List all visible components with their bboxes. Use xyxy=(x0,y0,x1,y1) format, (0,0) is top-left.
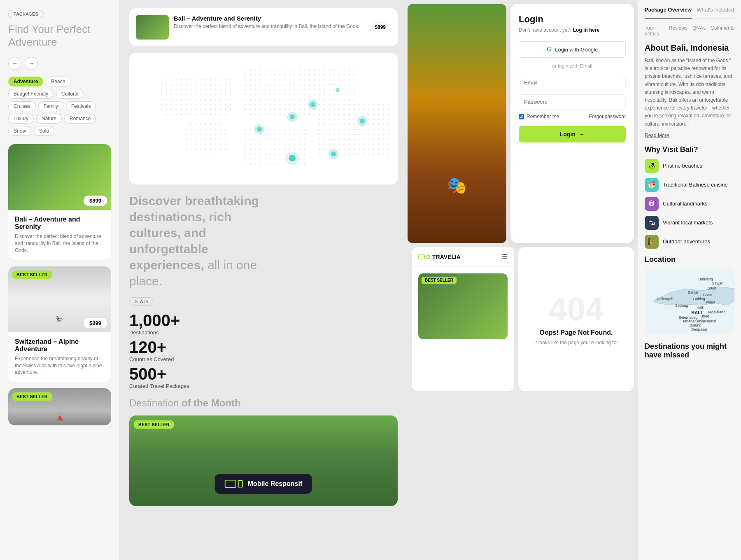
top-right: 🎭 Login Don't have account yet? Log in h… xyxy=(408,0,638,247)
dest-best-seller: BEST SELLER xyxy=(134,420,174,429)
location-title: Location xyxy=(645,255,734,264)
bali-card: $899 Bali – Adventure and Serenity Disco… xyxy=(8,144,111,259)
tag-solo[interactable]: Solo xyxy=(34,126,54,136)
about-title: About Bali, Indonesia xyxy=(645,43,734,53)
svg-rect-4 xyxy=(243,125,309,166)
destination-month-part1: Destination xyxy=(129,397,182,408)
package-card-top: Bali – Adventure and Serenity Discover t… xyxy=(129,8,398,46)
remember-checkbox[interactable] xyxy=(519,114,524,119)
tag-luxury[interactable]: Luxury xyxy=(8,114,34,124)
swiss-card-body: Switzerland – Alpine Adventure Experienc… xyxy=(8,332,111,382)
travelia-logo: TRAVELIA xyxy=(418,254,461,260)
tag-cruises[interactable]: Cruises xyxy=(8,101,36,111)
tag-snow[interactable]: Snow xyxy=(8,126,31,136)
why-item-markets: 🛍 Vibrant local markets xyxy=(645,216,734,230)
package-card-price: $899 xyxy=(369,22,391,32)
bali-card-title: Bali – Adventure and Serenity xyxy=(15,216,105,231)
map-label-dalung: Dalung xyxy=(690,323,701,327)
stat-destinations: 1,000+ Destinations xyxy=(129,312,398,336)
tag-nature[interactable]: Nature xyxy=(36,114,62,124)
stat-packages-number: 500+ xyxy=(129,366,398,382)
travelia-content: BEST SELLER xyxy=(412,267,514,390)
map-label-tabanan: Tabanan xyxy=(683,319,697,323)
adventures-icon: 🧗 xyxy=(645,235,659,249)
discover-text: Discover breathtakingdestinations, richc… xyxy=(129,193,398,289)
prev-arrow[interactable]: ← xyxy=(8,57,21,70)
subtab-qnas[interactable]: QNAs xyxy=(692,25,706,37)
third-best-seller: BEST SELLER xyxy=(12,392,52,401)
third-card-image: BEST SELLER 🗼 xyxy=(8,388,111,425)
swiss-card-image: BEST SELLER $899 ⛷ xyxy=(8,266,111,332)
tag-festivals[interactable]: Festivals xyxy=(66,101,96,111)
travelia-mobile-icon xyxy=(426,255,430,259)
swiss-best-seller: BEST SELLER xyxy=(12,271,52,279)
tag-romance[interactable]: Romance xyxy=(64,114,96,124)
swiss-card: BEST SELLER $899 ⛷ Switzerland – Alpine … xyxy=(8,266,111,382)
detail-tabs: Package Overview What's included xyxy=(645,7,734,19)
travelia-card: TRAVELIA ☰ BEST SELLER xyxy=(412,247,514,391)
next-arrow[interactable]: → xyxy=(25,57,38,70)
divider-text: or login with Email xyxy=(519,63,626,69)
markets-label: Vibrant local markets xyxy=(663,219,713,226)
login-link[interactable]: Log in here xyxy=(573,27,600,33)
stat-countries-label: Countries Covered xyxy=(129,356,398,362)
error-card: 404 Oops! Page Not Found. It looks like … xyxy=(518,247,634,391)
map-label-banjar: Banjar xyxy=(688,290,699,294)
package-info: Bali – Adventure and Serenity Discover t… xyxy=(174,15,364,40)
travelia-nav: TRAVELIA ☰ xyxy=(412,247,514,267)
subtab-comments[interactable]: Comments xyxy=(711,25,734,37)
mobile-tooltip: Mobile Responsif xyxy=(215,474,312,494)
forgot-password[interactable]: Forgot password xyxy=(589,114,626,119)
subtab-reviews[interactable]: Reviews xyxy=(669,25,687,37)
bali-photo: 🎭 xyxy=(408,4,506,243)
map-label-gallengah: gallengah xyxy=(657,297,673,301)
map-label-bali: Bali xyxy=(697,306,703,310)
tag-cultural[interactable]: Cultural xyxy=(56,89,84,99)
map-inner xyxy=(136,59,391,178)
password-field[interactable] xyxy=(519,94,626,110)
email-field[interactable] xyxy=(519,75,626,90)
hamburger-menu-icon[interactable]: ☰ xyxy=(502,253,508,261)
why-title: Why Visit Bali? xyxy=(645,145,734,154)
svg-rect-1 xyxy=(161,76,235,117)
stat-destinations-label: Destinations xyxy=(129,329,398,336)
travelia-brand: TRAVELIA xyxy=(432,254,461,260)
mobile-icon-wrapper xyxy=(225,480,243,488)
detail-sub-tabs: Tour details Reviews QNAs Comments xyxy=(645,25,734,37)
login-subtitle: Don't have account yet? Log in here xyxy=(519,27,626,33)
beaches-icon: 🏖 xyxy=(645,159,659,173)
bali-card-body: Bali – Adventure and Serenity Discover t… xyxy=(8,210,111,259)
map-label-tegalalang: Tegalalang xyxy=(708,310,726,314)
login-button[interactable]: Login → xyxy=(519,126,626,142)
travelia-dest-card: BEST SELLER xyxy=(418,273,508,339)
tag-family[interactable]: Family xyxy=(38,101,63,111)
swiss-card-title: Switzerland – Alpine Adventure xyxy=(15,338,105,353)
map-label-sepang: Sepang xyxy=(675,303,688,308)
right-section: 🎭 Login Don't have account yet? Log in h… xyxy=(408,0,638,560)
bottom-right: TRAVELIA ☰ BEST SELLER 404 Oops! Page No… xyxy=(408,247,638,395)
destination-month-part2: of the Month xyxy=(182,397,241,408)
read-more-link[interactable]: Read More xyxy=(645,133,669,138)
login-sub-text: Don't have account yet? xyxy=(519,27,571,33)
map-label-selemadeg: Selemadeg xyxy=(679,315,698,320)
tag-adventure[interactable]: Adventure xyxy=(8,77,43,86)
bali-photo-bg xyxy=(408,4,506,243)
map-label-ubud: Ubud xyxy=(700,314,709,318)
tab-package-overview[interactable]: Package Overview xyxy=(645,7,692,19)
tag-budget[interactable]: Budget Friendly xyxy=(8,89,54,99)
tag-beach[interactable]: Beach xyxy=(46,77,70,86)
stat-packages: 500+ Curated Travel Packages xyxy=(129,366,398,389)
subtab-tour-details[interactable]: Tour details xyxy=(645,25,664,37)
remember-label: Remember me xyxy=(527,114,559,119)
svg-point-12 xyxy=(329,149,338,159)
google-login-btn[interactable]: G Login with Google xyxy=(519,41,626,58)
travelia-best-seller: BEST SELLER xyxy=(422,277,457,284)
svg-point-14 xyxy=(254,124,264,134)
map-section xyxy=(129,53,398,184)
tab-whats-included[interactable]: What's included xyxy=(697,7,734,14)
map-label-abiansemal: Abiansemal xyxy=(697,319,716,323)
remember-left: Remember me xyxy=(519,114,559,119)
landmarks-icon: 🏛 xyxy=(645,197,659,211)
map-label-denpasar: Denpasar xyxy=(691,327,707,331)
missed-title: Destinations you might have missed xyxy=(645,342,734,359)
